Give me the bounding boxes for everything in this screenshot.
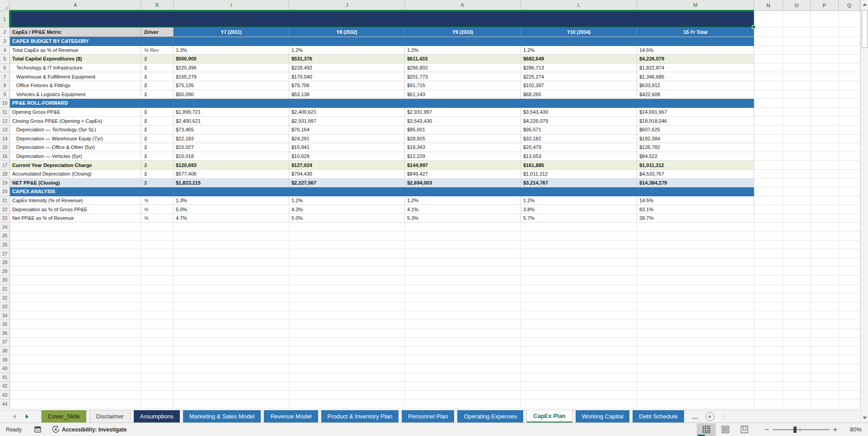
cell-M36[interactable]	[637, 329, 754, 338]
cell-A37[interactable]	[10, 338, 141, 347]
cell-A34[interactable]	[10, 311, 141, 320]
cell-M41[interactable]	[637, 373, 754, 382]
row-header-24[interactable]: 24	[0, 223, 10, 232]
cell-P12[interactable]	[811, 116, 839, 125]
cell-J44[interactable]	[289, 399, 405, 408]
cell-N38[interactable]	[754, 347, 783, 356]
cell-B39[interactable]	[141, 355, 174, 364]
cell-B38[interactable]	[141, 347, 174, 356]
tab-options-icon[interactable]: ⋮	[721, 413, 727, 420]
cell-N3[interactable]	[754, 37, 783, 46]
column-header-A[interactable]: A	[10, 0, 141, 11]
cell-K38[interactable]	[405, 347, 521, 356]
cell-P23[interactable]	[811, 214, 839, 223]
cell-A7-label[interactable]: Warehouse & Fulfillment Equipment	[10, 72, 141, 81]
cell-N17[interactable]	[754, 161, 783, 170]
cell-N20[interactable]	[754, 187, 783, 196]
row-header-6[interactable]: 6	[0, 64, 10, 73]
cell-P28[interactable]	[811, 258, 839, 267]
row-header-14[interactable]: 14	[0, 135, 10, 144]
cell-J4-value[interactable]: 1.2%	[289, 46, 405, 55]
page-layout-view-button[interactable]	[716, 423, 735, 436]
cell-I43[interactable]	[174, 391, 289, 400]
cell-O24[interactable]	[783, 223, 811, 232]
cell-N18[interactable]	[754, 170, 783, 179]
cell-K43[interactable]	[405, 391, 521, 400]
cell-M22-value[interactable]: 83.1%	[637, 205, 754, 214]
cell-M39[interactable]	[637, 355, 754, 364]
cell-P32[interactable]	[811, 293, 839, 302]
cell-K21-value[interactable]: 1.2%	[405, 196, 521, 205]
cell-L19-value[interactable]: $3,214,767	[521, 179, 637, 188]
cell-L9-value[interactable]: $68,265	[521, 90, 637, 99]
cell-I34[interactable]	[174, 311, 289, 320]
cell-O3[interactable]	[783, 37, 811, 46]
cell-L14-value[interactable]: $32,182	[521, 135, 637, 144]
cell-Q40[interactable]	[839, 364, 860, 373]
cell-K35[interactable]	[405, 320, 521, 329]
cell-I5-value[interactable]: $500,900	[174, 55, 289, 64]
row-header-8[interactable]: 8	[0, 81, 10, 90]
cell-Q22[interactable]	[839, 205, 860, 214]
cell-O8[interactable]	[783, 81, 811, 90]
row-header-37[interactable]: 37	[0, 338, 10, 347]
cell-Q42[interactable]	[839, 382, 860, 391]
cell-O17[interactable]	[783, 161, 811, 170]
cell-I11-value[interactable]: $1,899,721	[174, 108, 289, 117]
cell-L22-value[interactable]: 3.8%	[521, 205, 637, 214]
cell-B9-driver[interactable]: $	[141, 90, 174, 99]
cell-O13[interactable]	[783, 125, 811, 135]
row-header-5[interactable]: 5	[0, 55, 10, 64]
cell-Q19[interactable]	[839, 179, 860, 188]
cell-L25[interactable]	[521, 232, 637, 241]
cell-K23-value[interactable]: 5.3%	[405, 214, 521, 223]
cell-N33[interactable]	[754, 302, 783, 311]
cell-P42[interactable]	[811, 382, 839, 391]
cell-Q1[interactable]	[839, 11, 860, 28]
cell-K42[interactable]	[405, 382, 521, 391]
cell-K17-value[interactable]: $144,997	[405, 161, 521, 170]
cell-L17-value[interactable]: $161,885	[521, 161, 637, 170]
cell-K6-value[interactable]: $256,802	[405, 64, 521, 73]
cell-O21[interactable]	[783, 196, 811, 205]
cell-L31[interactable]	[521, 285, 637, 294]
sheet-tab-personnel-plan[interactable]: Personnel Plan	[402, 410, 454, 422]
cell-J21-value[interactable]: 1.2%	[289, 196, 405, 205]
cell-J31[interactable]	[289, 285, 405, 294]
cell-I37[interactable]	[174, 338, 289, 347]
cell-I24[interactable]	[174, 223, 289, 232]
cell-L40[interactable]	[521, 364, 637, 373]
cell-J29[interactable]	[289, 267, 405, 276]
cell-M21-value[interactable]: 14.5%	[637, 196, 754, 205]
cell-J22-value[interactable]: 4.3%	[289, 205, 405, 214]
cell-J12-value[interactable]: $2,931,997	[289, 116, 405, 125]
row-header-12[interactable]: 12	[0, 116, 10, 125]
tab-scroll-left-icon[interactable]	[13, 414, 16, 419]
cell-Q44[interactable]	[839, 399, 860, 408]
cell-Q25[interactable]	[839, 232, 860, 241]
row-header-18[interactable]: 18	[0, 170, 10, 179]
row-header-9[interactable]: 9	[0, 90, 10, 99]
cell-M43[interactable]	[637, 391, 754, 400]
cell-P10[interactable]	[811, 99, 839, 108]
cell-J42[interactable]	[289, 382, 405, 391]
sheet-tab-marketing-sales-model[interactable]: Marketing & Sales Model	[183, 410, 261, 422]
cell-I26[interactable]	[174, 241, 289, 250]
row-header-2[interactable]: 2	[0, 28, 10, 37]
zoom-in-icon[interactable]: +	[830, 426, 841, 434]
cell-M15-value[interactable]: $126,782	[637, 143, 754, 152]
cell-J18-value[interactable]: $704,430	[289, 170, 405, 179]
cell-P26[interactable]	[811, 241, 839, 250]
cell-N41[interactable]	[754, 373, 783, 382]
cell-P39[interactable]	[811, 355, 839, 364]
cell-N9[interactable]	[754, 90, 783, 99]
cell-I17-value[interactable]: $120,693	[174, 161, 289, 170]
row-header-25[interactable]: 25	[0, 232, 10, 241]
cell-K18-value[interactable]: $849,427	[405, 170, 521, 179]
cell-J33[interactable]	[289, 302, 405, 311]
cell-P30[interactable]	[811, 276, 839, 285]
cell-Q18[interactable]	[839, 170, 860, 179]
row-header-3[interactable]: 3	[0, 37, 10, 46]
cell-M9-value[interactable]: $422,608	[637, 90, 754, 99]
cell-J27[interactable]	[289, 249, 405, 258]
